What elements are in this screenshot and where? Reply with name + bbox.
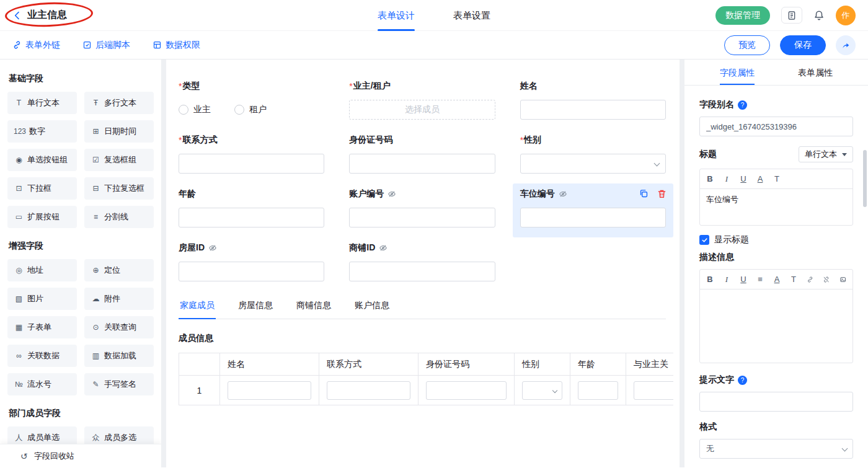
tab-form-design[interactable]: 表单设计 (378, 0, 415, 31)
field-parking-selected[interactable]: 车位编号 (513, 183, 673, 237)
data-manage-button[interactable]: 数据管理 (715, 6, 770, 25)
field-item-data-load[interactable]: ▥数据加载 (84, 345, 154, 367)
save-button[interactable]: 保存 (780, 35, 826, 55)
field-item-serial-number[interactable]: №流水号 (7, 373, 77, 395)
format-select-input[interactable] (699, 439, 853, 459)
field-account[interactable]: 账户编号 (342, 183, 502, 237)
field-recycle-bin[interactable]: ↺ 字段回收站 (0, 444, 161, 467)
title-editor-content[interactable]: 车位编号 (700, 189, 852, 225)
delete-field-button[interactable] (657, 188, 667, 199)
gender-select-input[interactable] (520, 154, 666, 174)
subform-gender-select[interactable] (522, 381, 562, 400)
field-item-checkbox-group[interactable]: ☑复选框组 (84, 149, 154, 171)
insert-link-icon[interactable] (807, 275, 813, 284)
field-item-datetime[interactable]: ⊞日期时间 (84, 120, 154, 143)
help-question-icon[interactable]: ? (738, 376, 747, 385)
preview-button[interactable]: 预览 (724, 35, 770, 55)
subform-name-input[interactable] (228, 381, 311, 400)
panel-scrollbar-thumb[interactable] (863, 150, 867, 207)
bold-tool[interactable]: B (706, 275, 714, 284)
field-contact[interactable]: *联系方式 (171, 130, 332, 183)
italic-tool[interactable]: I (723, 174, 730, 184)
subform-idcard-input[interactable] (426, 381, 507, 400)
field-item-multi-line-text[interactable]: Ŧ多行文本 (84, 92, 154, 114)
field-gender[interactable]: *性别 (513, 130, 673, 183)
field-idcard[interactable]: 身份证号码 (342, 130, 502, 183)
field-item-image[interactable]: ▧图片 (7, 288, 77, 310)
field-type[interactable]: *类型 业主 租户 (171, 76, 332, 130)
notifications-button[interactable] (813, 10, 825, 21)
member-picker[interactable]: 选择成员 (349, 100, 495, 120)
avatar[interactable]: 作 (836, 6, 856, 25)
workflow-doc-button[interactable] (781, 7, 802, 24)
subform-age-input[interactable] (578, 381, 618, 400)
field-item-extend-button[interactable]: ▭扩展按钮 (7, 206, 77, 228)
description-editor-content[interactable] (700, 289, 852, 363)
field-item-multi-dropdown[interactable]: ⊟下拉复选框 (84, 177, 154, 200)
show-title-checkbox-row[interactable]: 显示标题 (699, 234, 853, 245)
field-name[interactable]: 姓名 (513, 76, 673, 130)
gender-select[interactable] (520, 154, 666, 174)
back-button[interactable] (12, 11, 22, 20)
idcard-input[interactable] (349, 154, 495, 174)
field-item-single-line-text[interactable]: T单行文本 (7, 92, 77, 114)
tab-field-properties[interactable]: 字段属性 (720, 60, 755, 85)
underline-tool[interactable]: U (740, 275, 747, 284)
field-item-attachment[interactable]: ☁附件 (84, 288, 154, 310)
field-age[interactable]: 年龄 (171, 183, 332, 237)
bold-tool[interactable]: B (706, 174, 714, 183)
field-shop-id[interactable]: 商铺ID (342, 237, 502, 291)
field-item-radio-group[interactable]: ◉单选按钮组 (7, 149, 77, 171)
copy-field-button[interactable] (639, 188, 649, 199)
font-size-tool[interactable]: T (790, 275, 797, 284)
parking-input[interactable] (520, 208, 666, 227)
field-item-divider[interactable]: ≡分割线 (84, 206, 154, 228)
subform-contact-input[interactable] (327, 381, 410, 400)
align-tool[interactable]: ≡ (756, 275, 764, 284)
field-item-number[interactable]: 123数字 (7, 120, 77, 143)
contact-input[interactable] (179, 154, 324, 174)
share-button[interactable] (836, 35, 856, 55)
tab-shop-info[interactable]: 商铺信息 (295, 300, 332, 319)
backend-script-link[interactable]: 后端脚本 (82, 40, 130, 51)
underline-tool[interactable]: U (740, 174, 747, 183)
alias-input[interactable] (699, 117, 853, 136)
field-owner-label-row: *业主/租户 (349, 81, 495, 92)
field-item-location[interactable]: ⊕定位 (84, 259, 154, 281)
tab-house-info[interactable]: 房屋信息 (237, 300, 274, 319)
tab-form-properties[interactable]: 表单属性 (798, 60, 833, 85)
font-color-tool[interactable]: A (773, 275, 781, 284)
account-input[interactable] (349, 208, 495, 227)
shop-id-input[interactable] (349, 262, 495, 281)
field-item-linked-data[interactable]: ∞关联数据 (7, 345, 77, 367)
tab-form-settings[interactable]: 表单设置 (453, 0, 490, 31)
field-item-subform[interactable]: ▦子表单 (7, 316, 77, 338)
field-owner-tenant[interactable]: *业主/租户 选择成员 (342, 76, 502, 130)
form-external-link[interactable]: 表单外链 (12, 40, 60, 51)
field-item-address[interactable]: ◎地址 (7, 259, 77, 281)
tab-account-info[interactable]: 账户信息 (353, 300, 391, 319)
field-house-id[interactable]: 房屋ID (171, 237, 332, 291)
radio-tenant[interactable]: 租户 (234, 104, 267, 115)
field-item-signature[interactable]: ✎手写签名 (84, 373, 154, 395)
age-input[interactable] (179, 208, 324, 227)
hint-input[interactable] (699, 392, 853, 412)
data-permission-link[interactable]: 数据权限 (153, 40, 200, 51)
tab-family-members[interactable]: 家庭成员 (179, 300, 216, 319)
field-item-dropdown[interactable]: ⊡下拉框 (7, 177, 77, 200)
format-select[interactable] (699, 439, 853, 459)
font-size-tool[interactable]: T (773, 174, 781, 183)
name-input[interactable] (520, 100, 666, 120)
field-item-label: 日期时间 (104, 126, 136, 137)
italic-tool[interactable]: I (723, 275, 730, 285)
checkbox-checked-icon[interactable] (699, 235, 709, 245)
insert-image-icon[interactable] (839, 275, 846, 284)
field-item-linked-query[interactable]: ⊙关联查询 (84, 316, 154, 338)
font-color-tool[interactable]: A (756, 174, 764, 183)
radio-owner[interactable]: 业主 (179, 104, 211, 115)
remove-link-icon[interactable] (823, 275, 830, 284)
house-id-input[interactable] (179, 262, 324, 281)
help-question-icon[interactable]: ? (738, 100, 747, 110)
subform-relation-input[interactable] (634, 381, 673, 400)
widget-type-select[interactable]: 单行文本 (799, 146, 853, 162)
